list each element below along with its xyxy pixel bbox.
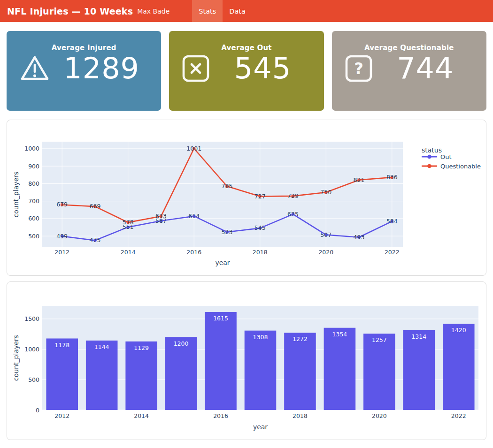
question-square-icon: ? bbox=[345, 54, 373, 83]
card-average-out: Average Out 545 bbox=[169, 31, 324, 111]
tab-stats[interactable]: Stats bbox=[192, 0, 223, 22]
data-point-label: 507 bbox=[320, 231, 331, 238]
card-average-questionable: Average Questionable ? 744 bbox=[332, 31, 486, 111]
data-point-label: 669 bbox=[89, 203, 100, 210]
data-point-label: 613 bbox=[155, 213, 167, 220]
svg-text:2022: 2022 bbox=[451, 412, 466, 419]
data-point-label: 578 bbox=[123, 219, 134, 226]
bar-2014[interactable] bbox=[125, 342, 157, 410]
data-point-label: 729 bbox=[287, 192, 299, 199]
y-axis-label: count_players bbox=[12, 172, 20, 218]
svg-text:2020: 2020 bbox=[372, 412, 387, 419]
data-point-label: 584 bbox=[386, 218, 398, 225]
svg-text:2014: 2014 bbox=[121, 249, 136, 256]
data-point-label: 679 bbox=[56, 201, 68, 208]
bar-2017[interactable] bbox=[245, 331, 277, 410]
data-point-label: 614 bbox=[188, 213, 200, 220]
x-axis-label: year bbox=[215, 259, 230, 266]
legend-swatch-dot bbox=[427, 164, 431, 168]
data-point-label: 727 bbox=[254, 193, 266, 200]
data-point-label: 545 bbox=[254, 224, 266, 231]
bar-2022[interactable] bbox=[443, 324, 475, 410]
bar-2021[interactable] bbox=[403, 330, 435, 410]
data-point-label: 750 bbox=[320, 189, 331, 196]
tab-bar: Stats Data bbox=[192, 0, 252, 22]
svg-text:800: 800 bbox=[28, 180, 39, 187]
data-point-label: 499 bbox=[56, 233, 68, 240]
bar-2013[interactable] bbox=[86, 341, 118, 410]
bar-label: 1272 bbox=[293, 335, 308, 342]
svg-text:2012: 2012 bbox=[54, 412, 69, 419]
svg-text:2018: 2018 bbox=[293, 412, 308, 419]
bar-label: 1354 bbox=[332, 331, 347, 338]
bar-label: 1420 bbox=[451, 327, 466, 334]
y-axis-label: count_players bbox=[12, 335, 20, 381]
svg-text:600: 600 bbox=[28, 215, 39, 222]
svg-text:0: 0 bbox=[36, 407, 39, 414]
legend-label[interactable]: Out bbox=[440, 153, 452, 160]
data-point-label: 1001 bbox=[186, 145, 201, 152]
card-value: 545 bbox=[210, 54, 315, 83]
data-point-label: 625 bbox=[287, 211, 299, 218]
bar-label: 1257 bbox=[372, 336, 387, 343]
bar-chart[interactable]: 0500100015001178114411291200161513081272… bbox=[7, 282, 486, 440]
card-average-injured: Average Injured 1289 bbox=[7, 31, 161, 111]
data-point-label: 785 bbox=[222, 182, 233, 190]
x-square-icon bbox=[182, 54, 210, 83]
x-axis-label: year bbox=[253, 423, 268, 431]
data-point-label: 821 bbox=[354, 176, 365, 183]
warning-triangle-icon bbox=[19, 54, 50, 83]
card-value: 1289 bbox=[50, 54, 153, 83]
bar-label: 1144 bbox=[94, 343, 109, 350]
svg-text:1500: 1500 bbox=[24, 315, 39, 322]
bar-2016[interactable] bbox=[205, 312, 237, 410]
page-subtitle: Max Bade bbox=[137, 8, 169, 15]
app-header: NFL Injuries — 10 Weeks Max Bade Stats D… bbox=[0, 0, 493, 22]
legend-label[interactable]: Questionable bbox=[440, 163, 481, 170]
data-point-label: 523 bbox=[222, 228, 233, 235]
stat-cards: Average Injured 1289 Average Out 545 Ave… bbox=[7, 31, 486, 111]
svg-text:2022: 2022 bbox=[385, 249, 400, 256]
bar-label: 1308 bbox=[253, 334, 268, 341]
bar-label: 1615 bbox=[213, 315, 228, 322]
line-chart-panel: 2012201420162018202020225006007008009001… bbox=[7, 120, 486, 276]
bar-label: 1314 bbox=[411, 333, 426, 340]
data-point-label: 475 bbox=[89, 236, 100, 243]
card-title: Average Questionable bbox=[332, 31, 486, 52]
bar-chart-panel: 0500100015001178114411291200161513081272… bbox=[7, 281, 486, 440]
bar-2019[interactable] bbox=[324, 328, 356, 410]
svg-text:500: 500 bbox=[28, 233, 39, 240]
svg-text:900: 900 bbox=[28, 163, 39, 170]
legend-title: status bbox=[422, 146, 442, 154]
svg-text:2018: 2018 bbox=[253, 249, 268, 256]
svg-text:1000: 1000 bbox=[24, 145, 39, 152]
svg-text:2016: 2016 bbox=[213, 412, 228, 419]
bar-2018[interactable] bbox=[284, 333, 316, 410]
bar-label: 1200 bbox=[174, 340, 189, 347]
card-title: Average Out bbox=[169, 31, 324, 52]
bar-2020[interactable] bbox=[363, 334, 395, 410]
page-title: NFL Injuries — 10 Weeks bbox=[7, 6, 133, 16]
card-value: 744 bbox=[373, 54, 478, 83]
svg-text:2014: 2014 bbox=[134, 412, 149, 419]
bar-label: 1129 bbox=[134, 344, 149, 351]
legend-swatch-dot bbox=[427, 155, 431, 159]
svg-text:700: 700 bbox=[28, 197, 39, 205]
svg-text:2020: 2020 bbox=[318, 249, 333, 256]
tab-data[interactable]: Data bbox=[223, 0, 252, 22]
card-title: Average Injured bbox=[7, 31, 161, 52]
svg-text:2016: 2016 bbox=[186, 249, 201, 256]
data-point-label: 836 bbox=[386, 174, 398, 181]
data-point-label: 493 bbox=[354, 234, 365, 241]
svg-text:500: 500 bbox=[28, 376, 39, 383]
bar-2015[interactable] bbox=[165, 337, 197, 410]
line-chart[interactable]: 2012201420162018202020225006007008009001… bbox=[7, 120, 486, 275]
bar-label: 1178 bbox=[54, 342, 69, 349]
svg-text:1000: 1000 bbox=[24, 346, 39, 353]
svg-text:?: ? bbox=[354, 59, 363, 78]
bar-2012[interactable] bbox=[46, 339, 78, 410]
svg-text:2012: 2012 bbox=[54, 249, 69, 256]
